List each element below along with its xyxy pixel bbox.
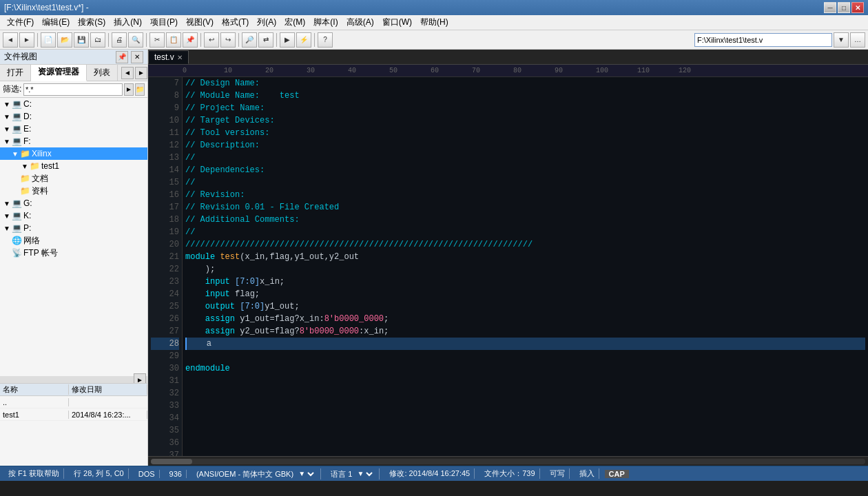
path-go-button[interactable]: ▼ — [834, 32, 849, 48]
sidebar-tab-list[interactable]: 列表 — [87, 65, 118, 81]
menu-item-脚本i[interactable]: 脚本(I) — [309, 15, 342, 30]
tree-item-f[interactable]: ▼ 💻 F: — [0, 135, 147, 147]
tree-item-materials[interactable]: 📁 资料 — [0, 185, 147, 197]
code-line-8[interactable]: // Module Name: test — [185, 90, 865, 102]
print-button[interactable]: 🖨 — [112, 32, 127, 48]
tree-item-network[interactable]: 🌐 网络 — [0, 234, 147, 247]
menu-item-宏m[interactable]: 宏(M) — [280, 15, 309, 30]
code-line-16[interactable]: // Revision: — [185, 189, 865, 201]
paste-button[interactable]: 📌 — [183, 32, 198, 48]
copy-button[interactable]: 📋 — [166, 32, 181, 48]
col-name[interactable]: 名称 — [0, 384, 69, 395]
code-line-37[interactable] — [185, 449, 865, 456]
save-all-button[interactable]: 🗂 — [90, 32, 105, 48]
tree-item-xilinx[interactable]: ▼ 📁 Xilinx — [0, 147, 147, 160]
maximize-button[interactable]: □ — [838, 2, 850, 13]
menu-item-插入n[interactable]: 插入(N) — [110, 15, 146, 30]
tree-item-p[interactable]: ▼ 💻 P: — [0, 222, 147, 234]
file-row-parent[interactable]: .. — [0, 396, 147, 409]
code-line-14[interactable]: // Dependencies: — [185, 164, 865, 176]
tree-item-d[interactable]: ▼ 💻 D: — [0, 110, 147, 123]
run-button[interactable]: ⚡ — [296, 32, 311, 48]
redo-button[interactable]: ↪ — [220, 32, 236, 48]
code-line-9[interactable]: // Project Name: — [185, 102, 865, 114]
h-scrollbar-thumb[interactable] — [151, 459, 192, 464]
save-button[interactable]: 💾 — [74, 32, 89, 48]
replace-button[interactable]: ⇄ — [258, 32, 273, 48]
menu-item-帮助h[interactable]: 帮助(H) — [416, 15, 453, 30]
code-line-22[interactable]: ); — [185, 263, 865, 276]
code-line-21[interactable]: module test(x_in,flag,y1_out,y2_out — [185, 251, 865, 263]
code-line-7[interactable]: // Design Name: — [185, 77, 865, 90]
forward-button[interactable]: ► — [19, 32, 34, 48]
editor-tab-test-v[interactable]: test.v ✕ — [148, 50, 189, 64]
sidebar-nav-next[interactable]: ► — [135, 67, 147, 79]
menu-item-视图v[interactable]: 视图(V) — [182, 15, 218, 30]
code-line-36[interactable] — [185, 437, 865, 449]
path-browse-button[interactable]: … — [850, 32, 865, 48]
tree-item-test1[interactable]: ▼ 📁 test1 — [0, 160, 147, 172]
code-line-17[interactable]: // Revision 0.01 - File Created — [185, 201, 865, 214]
tree-item-docs[interactable]: 📁 文档 — [0, 172, 147, 185]
filter-folder-button[interactable]: 📁 — [135, 83, 145, 96]
code-line-35[interactable] — [185, 424, 865, 437]
find-button[interactable]: 🔎 — [242, 32, 257, 48]
menu-item-编辑e[interactable]: 编辑(E) — [38, 15, 74, 30]
code-line-25[interactable]: output [7:0]y1_out; — [185, 300, 865, 313]
code-line-32[interactable] — [185, 387, 865, 400]
tree-item-k[interactable]: ▼ 💻 K: — [0, 209, 147, 222]
tab-close-test-v[interactable]: ✕ — [177, 54, 183, 61]
help-button[interactable]: ? — [318, 32, 333, 48]
open-button[interactable]: 📂 — [57, 32, 72, 48]
code-line-33[interactable] — [185, 400, 865, 412]
close-button[interactable]: ✕ — [851, 2, 864, 13]
sidebar-close-button[interactable]: ✕ — [131, 51, 143, 63]
sidebar-tab-explorer[interactable]: 资源管理器 — [31, 65, 87, 81]
code-line-30[interactable]: endmodule — [185, 362, 865, 375]
code-line-29[interactable] — [185, 350, 865, 362]
print-preview-button[interactable]: 🔍 — [128, 32, 143, 48]
h-scrollbar[interactable] — [148, 456, 868, 466]
code-line-19[interactable]: // — [185, 226, 865, 238]
code-line-24[interactable]: input flag; — [185, 288, 865, 300]
code-line-10[interactable]: // Target Devices: — [185, 114, 865, 127]
code-line-15[interactable]: // — [185, 176, 865, 189]
code-line-34[interactable] — [185, 412, 865, 424]
menu-item-格式t[interactable]: 格式(T) — [218, 15, 253, 30]
sidebar-nav-prev[interactable]: ◄ — [121, 67, 134, 79]
code-line-18[interactable]: // Additional Comments: — [185, 214, 865, 226]
menu-item-文件f[interactable]: 文件(F) — [3, 15, 38, 30]
encoding-select[interactable]: ▼ — [296, 468, 316, 479]
menu-item-项目p[interactable]: 项目(P) — [146, 15, 182, 30]
sidebar-pin-button[interactable]: 📌 — [116, 51, 128, 63]
code-line-12[interactable]: // Description: — [185, 139, 865, 152]
code-line-31[interactable] — [185, 375, 865, 387]
code-line-20[interactable]: ////////////////////////////////////////… — [185, 238, 865, 251]
col-date[interactable]: 修改日期 — [69, 384, 147, 395]
new-button[interactable]: 📄 — [41, 32, 56, 48]
menu-item-搜索s[interactable]: 搜索(S) — [74, 15, 110, 30]
file-row-test1[interactable]: test1 2014/8/4 16:23:... — [0, 409, 147, 421]
code-line-27[interactable]: assign y2_out=flag?8'b0000_0000:x_in; — [185, 325, 865, 338]
path-input[interactable] — [694, 33, 832, 47]
code-content[interactable]: // Design Name:// Module Name: test// Pr… — [183, 77, 868, 456]
tree-item-e[interactable]: ▼ 💻 E: — [0, 123, 147, 135]
lang-select[interactable]: ▼ — [354, 468, 375, 479]
code-line-23[interactable]: input [7:0]x_in; — [185, 276, 865, 288]
code-line-26[interactable]: assign y1_out=flag?x_in:8'b0000_0000; — [185, 313, 865, 325]
menu-item-窗口w[interactable]: 窗口(W) — [378, 15, 416, 30]
code-line-11[interactable]: // Tool versions: — [185, 127, 865, 139]
code-line-13[interactable]: // — [185, 152, 865, 164]
menu-item-高级a[interactable]: 高级(A) — [342, 15, 378, 30]
tree-item-c[interactable]: ▼ 💻 C: — [0, 98, 147, 110]
cut-button[interactable]: ✂ — [149, 32, 165, 48]
sidebar-tab-open[interactable]: 打开 — [0, 65, 31, 81]
tree-item-g[interactable]: ▼ 💻 G: — [0, 197, 147, 209]
compile-button[interactable]: ▶ — [280, 32, 295, 48]
tree-item-ftp[interactable]: 📡 FTP 帐号 — [0, 247, 147, 259]
menu-item-列a[interactable]: 列(A) — [253, 15, 280, 30]
undo-button[interactable]: ↩ — [204, 32, 219, 48]
code-line-28[interactable]: a — [185, 338, 865, 350]
filter-input[interactable] — [23, 83, 123, 96]
filter-apply-button[interactable]: ► — [124, 83, 134, 96]
